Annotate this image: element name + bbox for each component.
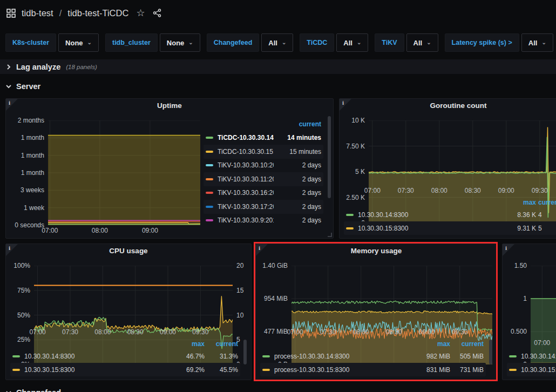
- legend-row: 10.30.30.15:83009.31 K5: [344, 221, 556, 235]
- legend-column-max[interactable]: max: [417, 340, 450, 348]
- panel-goroutine-count: i Goroutine count 10 K7.50 K5 K2.50 K0 0…: [339, 98, 556, 239]
- variable-value-changefeed[interactable]: All⌄: [261, 33, 293, 52]
- panel-title[interactable]: Uptime: [6, 99, 333, 113]
- panel-title[interactable]: Memory usage: [256, 244, 497, 258]
- x-tick-label: 09:30: [192, 328, 208, 336]
- variable-label-changefeed[interactable]: Changefeed: [207, 33, 260, 52]
- goroutine-chart-plot[interactable]: [369, 120, 556, 185]
- row-title: Server: [16, 82, 40, 91]
- variable-value-tidb-cluster[interactable]: None⌄: [160, 33, 200, 52]
- x-tick-label: 09:00: [160, 328, 176, 336]
- chevron-right-icon: [5, 64, 12, 70]
- x-tick-label: 07:30: [62, 328, 78, 336]
- variable-label-tidb-cluster[interactable]: tidb_cluster: [105, 33, 158, 52]
- legend-series-name[interactable]: 10.30.30.14:8300: [24, 353, 171, 360]
- x-tick-label: 08:30: [465, 187, 481, 194]
- row-lag-analyze[interactable]: Lag analyze (18 panels): [0, 59, 556, 74]
- y-tick-label: 10 K: [351, 117, 365, 124]
- x-tick-label: 07:00: [364, 187, 381, 194]
- legend-row: 10.30.30.14:8300: [507, 349, 556, 363]
- legend-series-name[interactable]: process-10.30.30.15:8300: [274, 366, 417, 374]
- memory-chart-plot[interactable]: [291, 266, 492, 327]
- row-title: Changefeed: [16, 388, 61, 392]
- legend-series-name[interactable]: TiKV-10.30.30.11:20180: [218, 175, 274, 183]
- legend-series-name[interactable]: 10.30.30.15:8300: [24, 366, 171, 374]
- legend-series-name[interactable]: TiCDC-10.30.30.15:8300: [218, 148, 274, 156]
- legend-row: process-10.30.30.15:8300831 MiB731 MiB: [260, 363, 486, 376]
- chevron-down-icon: ⌄: [188, 39, 193, 45]
- share-icon[interactable]: [153, 9, 161, 17]
- y-tick-label: 477 MiB: [264, 328, 288, 335]
- panel-info-icon[interactable]: i: [6, 99, 18, 111]
- y-tick-label: 1 week: [24, 204, 44, 212]
- panel-info-icon[interactable]: i: [503, 244, 514, 256]
- x-tick-label: 07:30: [320, 328, 336, 336]
- legend-row: process-10.30.30.14:8300982 MiB505 MiB: [260, 349, 486, 363]
- legend-series-name[interactable]: process-10.30.30.14:8300: [274, 353, 417, 360]
- legend-column-current[interactable]: current: [536, 199, 556, 206]
- legend-series-name[interactable]: TiKV-10.30.30.9:20180: [218, 217, 274, 224]
- series-color-dash: [12, 369, 20, 371]
- x-axis: 07:0007:3008:0008:3009:0009:30: [291, 327, 492, 336]
- y-tick-label: 1 month: [21, 152, 44, 159]
- uptime-legend: currentTiCDC-10.30.30.14:830014 minutesT…: [200, 113, 329, 235]
- legend-series-name[interactable]: TiKV-10.30.30.10:20180: [218, 161, 274, 169]
- variable-label-latency-spike-s[interactable]: Latency spike (s) >: [445, 33, 519, 52]
- cpu-chart-plot[interactable]: [34, 266, 233, 327]
- row-panel-count: (18 panels): [66, 64, 97, 70]
- legend-series-name[interactable]: 10.30.30.15:8300: [521, 366, 556, 374]
- x-tick-label: 08:00: [92, 227, 108, 234]
- panel-resize-handle[interactable]: [328, 233, 332, 237]
- legend-series-name[interactable]: TiKV-10.30.30.17:20180: [218, 203, 274, 211]
- variable-label-k8s-cluster[interactable]: K8s-cluster: [5, 33, 56, 52]
- row-changefeed[interactable]: Changefeed: [0, 385, 556, 392]
- panel-title[interactable]: Goroutine count: [340, 99, 556, 113]
- variable-label-ticdc[interactable]: TiCDC: [300, 33, 334, 52]
- legend-scrollbar[interactable]: [328, 116, 331, 198]
- legend-value: 2 days: [274, 161, 321, 169]
- breadcrumb-folder[interactable]: tidb-test: [22, 8, 53, 18]
- legend-column-current[interactable]: current: [205, 340, 238, 348]
- series-color-dash: [346, 227, 354, 229]
- variable-value-ticdc[interactable]: All⌄: [336, 33, 368, 52]
- variable-changefeed: ChangefeedAll⌄: [207, 33, 294, 52]
- uptime-chart-plot[interactable]: [48, 120, 200, 225]
- legend-column-current[interactable]: current: [450, 340, 484, 348]
- legend-series-name[interactable]: TiCDC-10.30.30.14:8300: [218, 134, 274, 141]
- x-tick-label: 08:30: [386, 328, 402, 336]
- variable-value-k8s-cluster[interactable]: None⌄: [58, 33, 99, 52]
- y-axis: 100%75%50%25%0%: [10, 266, 34, 327]
- dashboards-grid-icon[interactable]: [6, 9, 16, 18]
- panel-info-icon[interactable]: i: [340, 99, 351, 111]
- legend-value: 4: [536, 211, 556, 219]
- variable-label-tikv[interactable]: TiKV: [375, 33, 404, 52]
- partial-chart-plot[interactable]: [531, 266, 556, 337]
- legend-column-current[interactable]: current: [274, 120, 321, 128]
- x-tick-label: 07:00: [30, 328, 46, 336]
- panel-info-icon[interactable]: i: [256, 244, 268, 256]
- series-color-dash: [509, 369, 517, 371]
- legend-series-name[interactable]: TiKV-10.30.30.16:20180: [218, 189, 274, 197]
- y-tick-label: 1 month: [21, 134, 44, 141]
- x-tick-label: 08:00: [94, 328, 111, 336]
- legend-column-max[interactable]: max: [503, 199, 536, 206]
- variable-value-tikv[interactable]: All⌄: [406, 33, 438, 52]
- legend-row: 10.30.30.14:83008.36 K4: [344, 208, 556, 221]
- breadcrumb-dashboard[interactable]: tidb-test-TiCDC: [67, 8, 128, 18]
- legend-scrollbar[interactable]: [489, 340, 492, 364]
- star-icon[interactable]: ☆: [136, 7, 145, 19]
- panel-info-icon[interactable]: i: [6, 244, 18, 256]
- legend-value: 505 MiB: [450, 353, 484, 360]
- x-axis: 07:0007:30: [531, 337, 556, 347]
- legend-series-name[interactable]: 10.30.30.14:8300: [358, 211, 503, 219]
- legend-column-max[interactable]: max: [171, 340, 205, 348]
- legend-scrollbar[interactable]: [243, 340, 247, 364]
- legend-series-name[interactable]: 10.30.30.14:8300: [521, 353, 556, 360]
- panel-title[interactable]: CPU usage: [6, 244, 251, 258]
- chevron-down-icon: ⌄: [357, 39, 361, 45]
- legend-row: TiCDC-10.30.30.15:830015 minutes: [204, 145, 323, 159]
- legend-series-name[interactable]: 10.30.30.15:8300: [358, 225, 503, 232]
- y-tick-label-right: 15: [236, 287, 243, 294]
- variable-value-latency-spike-s[interactable]: All⌄: [521, 33, 553, 52]
- row-server[interactable]: Server: [0, 79, 556, 93]
